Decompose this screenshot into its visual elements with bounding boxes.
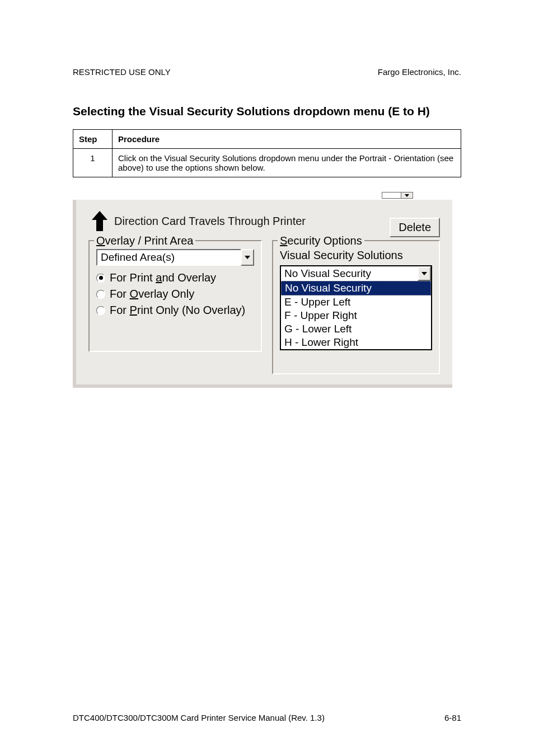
- radio-overlay-only[interactable]: For Overlay Only: [96, 288, 254, 300]
- table-header-procedure: Procedure: [113, 130, 461, 149]
- radio-icon: [96, 274, 105, 283]
- dropdown-current-value: No Visual Security: [281, 266, 418, 281]
- chevron-down-icon[interactable]: [418, 266, 431, 281]
- up-arrow-icon: [88, 210, 111, 232]
- overlay-group-legend: Overlay / Print Area: [94, 234, 195, 247]
- header-right: Fargo Electronics, Inc.: [378, 67, 461, 77]
- visual-security-dropdown[interactable]: No Visual Security No Visual Security E …: [280, 265, 432, 350]
- direction-label: Direction Card Travels Through Printer: [114, 215, 306, 228]
- page-footer: DTC400/DTC300/DTC300M Card Printer Servi…: [73, 713, 461, 722]
- svg-marker-2: [421, 272, 427, 275]
- dropdown-item-no-visual-security[interactable]: No Visual Security: [281, 281, 431, 295]
- svg-marker-0: [405, 194, 409, 197]
- radio-icon: [96, 290, 105, 299]
- vss-label: Visual Security Solutions: [280, 249, 432, 262]
- footer-right: 6-81: [444, 713, 461, 722]
- security-group-legend: Security Options: [278, 234, 364, 247]
- dropdown-item-h-lower-right[interactable]: H - Lower Right: [281, 336, 431, 349]
- radio-label: For Print Only (No Overlay): [110, 304, 245, 317]
- radio-label: For Print and Overlay: [110, 271, 216, 284]
- procedure-table: Step Procedure 1 Click on the Visual Sec…: [73, 129, 461, 177]
- overlay-area-combo-value: Defined Area(s): [96, 249, 241, 266]
- table-header-step: Step: [73, 130, 113, 149]
- step-description: Click on the Visual Security Solutions d…: [113, 149, 461, 177]
- footer-left: DTC400/DTC300/DTC300M Card Printer Servi…: [73, 713, 325, 722]
- dialog-screenshot-frame: Direction Card Travels Through Printer D…: [73, 200, 452, 388]
- dropdown-item-e-upper-left[interactable]: E - Upper Left: [281, 295, 431, 309]
- security-options-group: Security Options Visual Security Solutio…: [272, 240, 440, 374]
- delete-button[interactable]: Delete: [390, 218, 440, 237]
- header-left: RESTRICTED USE ONLY: [73, 67, 171, 77]
- dialog-panel: Direction Card Travels Through Printer D…: [76, 200, 452, 384]
- radio-icon: [96, 306, 105, 315]
- chevron-down-icon[interactable]: [241, 249, 254, 266]
- page-header: RESTRICTED USE ONLY Fargo Electronics, I…: [73, 67, 461, 77]
- radio-print-only[interactable]: For Print Only (No Overlay): [96, 304, 254, 317]
- dropdown-list: No Visual Security E - Upper Left F - Up…: [281, 281, 431, 349]
- overlay-print-area-group: Overlay / Print Area Defined Area(s) For…: [88, 240, 262, 352]
- overlay-area-combo[interactable]: Defined Area(s): [96, 249, 254, 266]
- dropdown-item-g-lower-left[interactable]: G - Lower Left: [281, 322, 431, 336]
- cropped-dropdown-fragment: [382, 192, 413, 199]
- radio-label: For Overlay Only: [110, 288, 194, 300]
- step-number: 1: [73, 149, 113, 177]
- dropdown-item-f-upper-right[interactable]: F - Upper Right: [281, 309, 431, 322]
- radio-print-and-overlay[interactable]: For Print and Overlay: [96, 271, 254, 284]
- section-title: Selecting the Visual Security Solutions …: [73, 105, 461, 118]
- svg-marker-1: [245, 256, 250, 259]
- direction-row: Direction Card Travels Through Printer: [88, 210, 440, 232]
- table-row: 1 Click on the Visual Security Solutions…: [73, 149, 461, 177]
